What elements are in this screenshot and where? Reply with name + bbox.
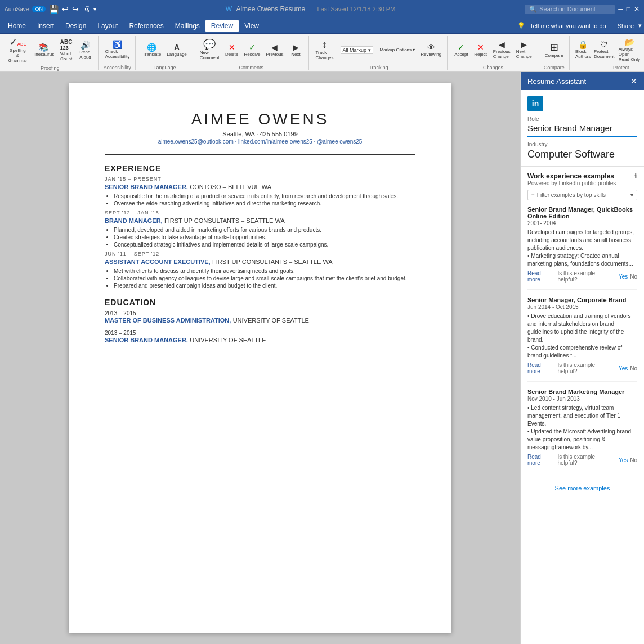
check-accessibility-button[interactable]: ♿ CheckAccessibility <box>103 39 132 60</box>
job-item-1: SEPT '12 – JAN '15 BRAND MANAGER, FIRST … <box>105 210 415 248</box>
edu-line-0: MASTER OF BUSINESS ADMINISTRATION, UNIVE… <box>105 316 415 324</box>
job-bullets-0: Responsible for the marketing of a produ… <box>114 193 415 207</box>
block-authors-button[interactable]: 🔒 BlockAuthors <box>574 39 592 60</box>
spelling-grammar-button[interactable]: ✓ABC Spelling &Grammar <box>6 36 30 64</box>
resume-assistant-panel: Resume Assistant ✕ in Role Senior Brand … <box>520 72 644 644</box>
next-comment-button[interactable]: ▶ Next <box>287 42 305 58</box>
ra-read-more-1[interactable]: Read more <box>527 362 555 374</box>
main-area: AIMEE OWENS Seattle, WA · 425 555 0199 a… <box>0 72 644 644</box>
read-aloud-button[interactable]: 🔊 ReadAloud <box>77 40 95 61</box>
resume-name: AIMEE OWENS <box>105 110 415 128</box>
ra-work-title: Work experience examples <box>527 172 614 180</box>
language-button[interactable]: A Language <box>164 42 189 58</box>
reject-button[interactable]: ✕ Reject <box>472 42 490 58</box>
edu-line-1: SENIOR BRAND MANAGER, UNIVERSITY OF SEAT… <box>105 336 415 344</box>
compare-icon: ⊞ <box>550 42 558 52</box>
ribbon-nav-item-view[interactable]: View <box>239 20 265 32</box>
job-title-line-2: ASSISTANT ACCOUNT EXECUTIVE, FIRST UP CO… <box>105 258 415 266</box>
ra-no-0[interactable]: No <box>630 274 637 280</box>
comments-items: 💬 NewComment ✕ Delete ✓ Resolve ◀ Previo… <box>198 36 305 64</box>
compare-button[interactable]: ⊞ Compare <box>543 41 566 59</box>
ra-no-1[interactable]: No <box>630 365 637 372</box>
tell-me-text[interactable]: Tell me what you want to do <box>530 23 606 29</box>
ra-role-label: Role <box>527 116 637 122</box>
ra-info-icon[interactable]: ℹ <box>634 172 637 180</box>
proofing-group-label: Proofing <box>41 65 60 71</box>
prev-change-label: PreviousChange <box>493 49 511 59</box>
previous-change-button[interactable]: ◀ PreviousChange <box>491 39 513 60</box>
job-bullets-2: Met with clients to discuss and identify… <box>114 268 415 289</box>
resume-contact: Seattle, WA · 425 555 0199 <box>105 131 415 137</box>
new-comment-button[interactable]: 💬 NewComment <box>198 38 222 61</box>
prev-change-icon: ◀ <box>499 41 505 48</box>
accept-button[interactable]: ✓ Accept <box>452 42 470 58</box>
save-icon[interactable]: 💾 <box>49 5 59 14</box>
job-bullets-1: Planned, developed and aided in marketin… <box>114 227 415 248</box>
minimize-icon[interactable]: ─ <box>618 5 623 13</box>
accessibility-icon: ♿ <box>113 41 122 48</box>
word-count-button[interactable]: ABC123 WordCount <box>57 38 75 62</box>
job-company-1: FIRST UP CONSULTANTS – SEATTLE WA <box>164 217 285 224</box>
ra-role-value[interactable]: Senior Brand Manager <box>527 123 637 137</box>
markup-options-button[interactable]: Markup Options ▾ <box>378 46 418 53</box>
search-input[interactable] <box>539 6 607 12</box>
protect-document-button[interactable]: 🛡 ProtectDocument <box>593 39 615 60</box>
translate-button[interactable]: 🌐 Translate <box>140 42 163 58</box>
search-box[interactable]: 🔍 <box>525 5 615 14</box>
ra-example-text-2: • Led content strategy, virtual team man… <box>527 404 637 451</box>
ribbon-nav-item-design[interactable]: Design <box>60 20 92 32</box>
ra-industry-value[interactable]: Computer Software <box>527 149 637 160</box>
ribbon-nav-item-layout[interactable]: Layout <box>92 20 123 32</box>
job-date-1: SEPT '12 – JAN '15 <box>105 210 415 216</box>
close-window-icon[interactable]: ✕ <box>634 5 639 13</box>
ribbon-nav-item-references[interactable]: References <box>123 20 169 32</box>
reviewing-label: Reviewing <box>421 52 441 57</box>
next-change-button[interactable]: ▶ NextChange <box>514 39 534 60</box>
document-area[interactable]: AIMEE OWENS Seattle, WA · 425 555 0199 a… <box>0 72 520 644</box>
ra-example-text-1: • Drove education and training of vendor… <box>527 312 637 360</box>
ribbon-nav-item-mailings[interactable]: Mailings <box>169 20 205 32</box>
share-chevron[interactable]: ▾ <box>638 22 642 29</box>
share-button[interactable]: Share <box>618 23 634 29</box>
undo-icon[interactable]: ↩ <box>62 5 69 14</box>
print-icon[interactable]: 🖨 <box>82 5 90 14</box>
autosave-toggle[interactable]: ON <box>32 6 46 12</box>
next-icon: ▶ <box>293 43 299 51</box>
edu-years-0: 2013 – 2015 <box>105 310 415 316</box>
dropdown-icon[interactable]: ▾ <box>93 6 96 12</box>
job-bullet-0-1: Oversee the wide-reaching advertising in… <box>114 200 415 207</box>
thesaurus-button[interactable]: 📚 Thesaurus <box>31 42 56 58</box>
ribbon-group-accessibility: ♿ CheckAccessibility Accessibility <box>100 36 136 70</box>
redo-icon[interactable]: ↪ <box>72 5 79 14</box>
ra-read-more-2[interactable]: Read more <box>527 454 555 466</box>
ra-read-more-0[interactable]: Read more <box>527 270 555 283</box>
ra-see-more-button[interactable]: See more examples <box>527 480 637 496</box>
ra-filter-bar[interactable]: ≡ Filter examples by top skills ▾ <box>527 190 637 200</box>
translate-label: Translate <box>142 52 161 57</box>
ribbon-nav-item-insert[interactable]: Insert <box>32 20 60 32</box>
previous-comment-button[interactable]: ◀ Previous <box>263 42 285 58</box>
autosave-label: AutoSave <box>5 6 29 12</box>
ra-helpful-text-1: Is this example helpful? <box>557 362 616 374</box>
ra-yes-1[interactable]: Yes <box>619 365 628 372</box>
ribbon-nav-item-review[interactable]: Review <box>205 20 239 32</box>
track-changes-button[interactable]: ↕ TrackChanges <box>314 38 336 61</box>
resolve-button[interactable]: ✓ Resolve <box>242 42 263 58</box>
ra-close-button[interactable]: ✕ <box>630 77 637 86</box>
job-date-2: JUN '11 – SEPT '12 <box>105 251 415 257</box>
reviewing-button[interactable]: 👁 Reviewing <box>418 42 444 58</box>
always-open-button[interactable]: 📂 Always OpenRead-Only <box>616 37 643 63</box>
delete-comment-button[interactable]: ✕ Delete <box>223 42 241 58</box>
ra-yes-0[interactable]: Yes <box>619 274 628 280</box>
read-aloud-icon: 🔊 <box>80 41 90 49</box>
markup-dropdown-button[interactable]: All Markup ▾ <box>337 45 377 55</box>
job-title-2: ASSISTANT ACCOUNT EXECUTIVE, <box>105 258 211 265</box>
maximize-icon[interactable]: □ <box>627 5 630 13</box>
ra-yes-2[interactable]: Yes <box>619 457 628 463</box>
ribbon-group-tracking: ↕ TrackChanges All Markup ▾ Markup Optio… <box>310 36 448 70</box>
ra-no-2[interactable]: No <box>630 457 637 463</box>
resume-divider <box>105 154 415 155</box>
ribbon-nav-item-home[interactable]: Home <box>2 20 32 32</box>
spelling-icon: ✓ABC <box>9 37 26 47</box>
protect-document-label: ProtectDocument <box>594 49 614 59</box>
